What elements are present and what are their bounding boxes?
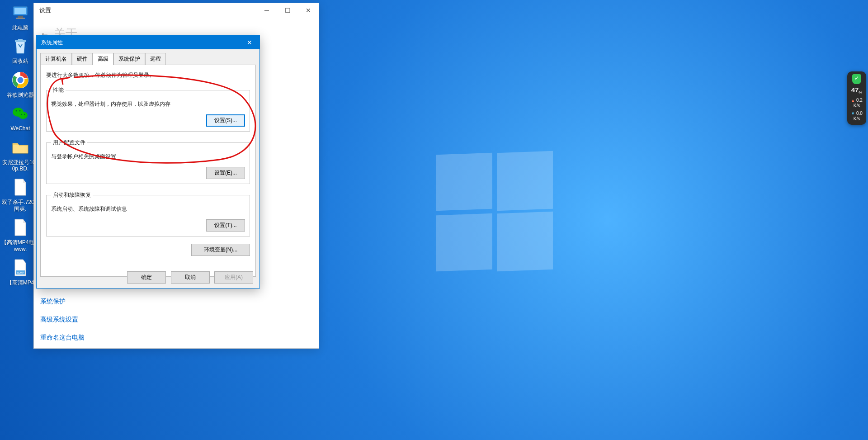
group-startup-desc: 系统启动、系统故障和调试信息 [51,205,245,213]
tab-computer-name[interactable]: 计算机名 [40,53,72,65]
svg-point-11 [19,110,21,112]
dialog-close-button[interactable]: ✕ [239,36,259,49]
system-properties-dialog: 系统属性 ✕ 计算机名 硬件 高级 系统保护 远程 要进行大多数更改，你必须作为… [36,35,260,289]
widget-percent: 47% [847,86,866,95]
close-button[interactable]: ✕ [298,3,319,18]
group-performance-desc: 视觉效果，处理器计划，内存使用，以及虚拟内存 [51,100,245,108]
settings-related-links: 系统保护 高级系统设置 重命名这台电脑 [40,288,85,342]
system-properties-titlebar[interactable]: 系统属性 ✕ [37,36,259,49]
group-user-profiles: 用户配置文件 与登录帐户相关的桌面设置 设置(E)... [46,139,250,184]
svg-point-10 [16,110,17,112]
arrow-up-icon: ▲ [851,98,855,103]
link-rename-pc[interactable]: 重命名这台电脑 [40,334,85,342]
folder-icon [10,137,30,157]
widget-upload: ▲ 0.2 K/s [847,98,866,108]
apply-button[interactable]: 应用(A) [214,271,253,284]
cancel-button[interactable]: 取消 [171,271,210,284]
link-system-protection[interactable]: 系统保护 [40,298,85,306]
group-user-profiles-desc: 与登录帐户相关的桌面设置 [51,153,245,161]
tab-remote[interactable]: 远程 [145,53,166,65]
svg-rect-1 [14,8,26,14]
network-monitor-widget[interactable]: 47% ▲ 0.2 K/s ▼ 0.0 K/s [847,71,866,125]
svg-point-12 [21,114,22,115]
widget-download: ▼ 0.0 K/s [847,111,866,121]
tab-page-advanced: 要进行大多数更改，你必须作为管理员登录。 性能 视觉效果，处理器计划，内存使用，… [40,65,256,277]
dialog-title: 系统属性 [41,39,63,47]
settings-title: 设置 [39,6,51,14]
environment-variables-button[interactable]: 环境变量(N)... [191,244,250,256]
svg-text:TEMP: TEMP [17,271,24,274]
group-performance: 性能 视觉效果，处理器计划，内存使用，以及虚拟内存 设置(S)... [46,86,250,132]
pc-icon [10,3,30,23]
group-startup-recovery: 启动和故障恢复 系统启动、系统故障和调试信息 设置(T)... [46,191,250,237]
close-icon: ✕ [247,39,252,46]
file-icon [10,177,30,197]
recycle-bin-icon [10,36,30,56]
svg-rect-3 [16,18,25,19]
tab-hardware[interactable]: 硬件 [72,53,93,65]
user-profiles-settings-button[interactable]: 设置(E)... [206,167,245,179]
admin-note: 要进行大多数更改，你必须作为管理员登录。 [46,71,250,79]
maximize-button[interactable]: ☐ [277,3,298,18]
temp-file-icon: TEMP [10,258,30,278]
minimize-button[interactable]: ─ [256,3,277,18]
startup-settings-button[interactable]: 设置(T)... [206,219,245,232]
svg-rect-2 [18,16,23,18]
arrow-down-icon: ▼ [851,111,855,116]
link-advanced-system-settings[interactable]: 高级系统设置 [40,316,85,324]
shield-icon [852,74,861,84]
tab-advanced[interactable]: 高级 [93,53,113,65]
file-icon [10,218,30,237]
svg-point-9 [19,112,28,119]
tab-system-protection[interactable]: 系统保护 [113,53,145,65]
chrome-icon [10,70,30,90]
performance-settings-button[interactable]: 设置(S)... [206,114,245,127]
group-startup-legend: 启动和故障恢复 [51,191,93,199]
wechat-icon [10,104,30,123]
dialog-button-row: 确定 取消 应用(A) [124,271,253,284]
group-performance-legend: 性能 [51,86,66,94]
svg-point-13 [24,114,25,115]
settings-titlebar[interactable]: 设置 ─ ☐ ✕ [34,3,319,18]
wallpaper-windows-logo [436,154,554,271]
group-user-profiles-legend: 用户配置文件 [51,139,87,147]
ok-button[interactable]: 确定 [127,271,166,284]
tabstrip: 计算机名 硬件 高级 系统保护 远程 [37,49,259,65]
